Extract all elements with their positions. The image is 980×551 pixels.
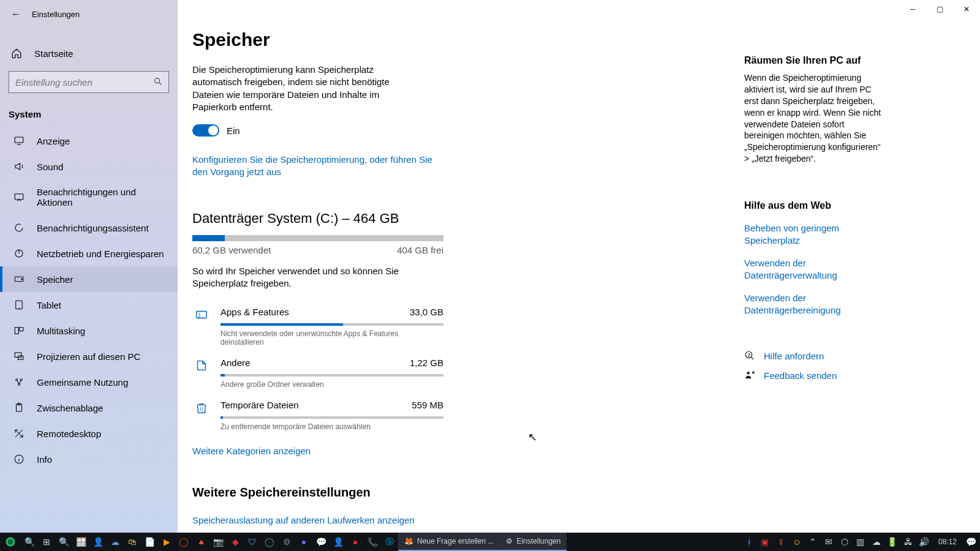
- pinned-icon[interactable]: ●: [347, 533, 364, 551]
- sidebar-item-label: Info: [37, 454, 52, 465]
- tray-bluetooth-icon[interactable]: ᚼ: [742, 533, 756, 551]
- tray-icon[interactable]: ⬡: [838, 533, 851, 551]
- sidebar-item-label: Gemeinsame Nutzung: [37, 377, 128, 388]
- svg-rect-17: [197, 312, 207, 318]
- pinned-icon[interactable]: 🪟: [72, 533, 89, 551]
- category-size: 1,22 GB: [410, 358, 443, 368]
- more-storage-settings-heading: Weitere Speichereinstellungen: [192, 485, 965, 500]
- notifications-icon: [13, 192, 24, 203]
- back-button[interactable]: ←: [11, 9, 21, 20]
- pinned-icon[interactable]: 👤: [89, 533, 107, 551]
- configure-storage-sense-link[interactable]: Konfigurieren Sie die Speicheroptimierun…: [192, 154, 437, 179]
- web-help-link[interactable]: Beheben von geringem Speicherplatz: [744, 222, 885, 246]
- svg-point-22: [8, 539, 13, 545]
- svg-point-20: [747, 372, 750, 375]
- taskbar[interactable]: 🔍 ⊞ 🔍 🪟 👤 ☁ 🛍 📄 ▶ ◯ 🔺 📷 ◆ 🛡 ◯ ⚙ ● 💬 👤 ● …: [0, 533, 980, 551]
- disk-free-text: 404 GB frei: [397, 245, 443, 255]
- shared-icon: [13, 377, 24, 388]
- pinned-icon[interactable]: 📷: [209, 533, 227, 551]
- web-help-link[interactable]: Verwenden der Datenträgerverwaltung: [744, 257, 885, 281]
- taskbar-clock[interactable]: 08:12: [933, 538, 962, 546]
- focus-icon: [13, 222, 24, 233]
- project-icon: [13, 351, 24, 362]
- svg-point-5: [21, 279, 23, 280]
- tray-icon[interactable]: ⦀: [774, 533, 788, 551]
- disk-usage-bar: [192, 235, 443, 241]
- pinned-icon[interactable]: 📞: [364, 533, 381, 551]
- sidebar-item-remote[interactable]: Remotedesktop: [0, 421, 178, 446]
- category-name: Temporäre Dateien: [221, 400, 299, 410]
- sidebar-item-label: Sound: [37, 162, 63, 172]
- tray-icon[interactable]: ▣: [758, 533, 772, 551]
- sidebar-item-tablet[interactable]: Tablet: [0, 292, 178, 318]
- pinned-icon[interactable]: ●: [295, 533, 312, 551]
- task-view-icon[interactable]: ⊞: [38, 533, 55, 551]
- sidebar-item-shared[interactable]: Gemeinsame Nutzung: [0, 369, 178, 395]
- pinned-icon[interactable]: 🛍: [124, 533, 141, 551]
- tray-icon[interactable]: ▥: [854, 533, 867, 551]
- pinned-icon[interactable]: 📄: [141, 533, 158, 551]
- sidebar-home[interactable]: Startseite: [0, 40, 178, 66]
- display-icon: [13, 135, 24, 146]
- power-icon: [13, 248, 24, 259]
- multitasking-icon: [13, 325, 24, 336]
- svg-rect-8: [20, 328, 23, 331]
- tray-icon[interactable]: ☺: [790, 533, 804, 551]
- pinned-icon[interactable]: Ⓢ: [381, 533, 398, 551]
- sidebar-item-focus[interactable]: Benachrichtigungsassistent: [0, 215, 178, 241]
- category-bar: [221, 323, 443, 326]
- tray-battery-icon[interactable]: 🔋: [886, 533, 899, 551]
- svg-point-0: [155, 78, 160, 83]
- category-hint: Zu entfernende temporäre Dateien auswähl…: [221, 422, 443, 431]
- storage-category-temp[interactable]: Temporäre Dateien559 MBZu entfernende te…: [192, 391, 443, 433]
- sidebar-item-project[interactable]: Projizieren auf diesen PC: [0, 343, 178, 369]
- taskbar-task[interactable]: ⚙Einstellungen: [500, 533, 567, 551]
- start-button[interactable]: [0, 533, 21, 551]
- tray-icon[interactable]: ⌃: [806, 533, 820, 551]
- tray-volume-icon[interactable]: 🔊: [918, 533, 931, 551]
- disk-used-text: 60,2 GB verwendet: [192, 245, 271, 255]
- pinned-icon[interactable]: 🛡: [244, 533, 261, 551]
- pinned-icon[interactable]: 🔍: [55, 533, 72, 551]
- tray-network-icon[interactable]: 🖧: [902, 533, 915, 551]
- feedback-link[interactable]: Feedback senden: [744, 370, 885, 381]
- pinned-icon[interactable]: ◆: [227, 533, 244, 551]
- taskbar-task-label: Neue Frage erstellen ...: [417, 537, 494, 545]
- pinned-icon[interactable]: ◯: [261, 533, 278, 551]
- storage-sense-description: Die Speicheroptimierung kann Speicherpla…: [192, 64, 419, 113]
- sidebar-item-multitasking[interactable]: Multitasking: [0, 318, 178, 343]
- sidebar-item-display[interactable]: Anzeige: [0, 128, 178, 154]
- get-help-link[interactable]: Hilfe anfordern: [744, 350, 885, 361]
- tray-icon[interactable]: ☁: [870, 533, 883, 551]
- sidebar-item-sound[interactable]: Sound: [0, 154, 178, 179]
- storage-category-apps[interactable]: Apps & Features33,0 GBNicht verwendete o…: [192, 298, 443, 349]
- taskbar-task[interactable]: 🦊Neue Frage erstellen ...: [398, 533, 500, 551]
- tray-icon[interactable]: ✉: [822, 533, 835, 551]
- feedback-label: Feedback senden: [764, 370, 837, 381]
- svg-point-11: [16, 379, 18, 381]
- sidebar-item-label: Benachrichtigungen und Aktionen: [37, 187, 167, 208]
- pinned-icon[interactable]: 👤: [330, 533, 347, 551]
- sidebar-item-info[interactable]: Info: [0, 446, 178, 472]
- pinned-icon[interactable]: ◯: [175, 533, 192, 551]
- pinned-icon[interactable]: ⚙: [278, 533, 295, 551]
- pinned-icon[interactable]: ☁: [107, 533, 124, 551]
- taskbar-search-icon[interactable]: 🔍: [21, 533, 38, 551]
- show-more-categories-link[interactable]: Weitere Kategorien anzeigen: [192, 446, 965, 456]
- sidebar-item-storage[interactable]: Speicher: [0, 266, 178, 292]
- action-center-icon[interactable]: 💬: [964, 533, 978, 551]
- sidebar-item-label: Zwischenablage: [37, 403, 103, 413]
- pinned-icon[interactable]: ▶: [158, 533, 175, 551]
- sidebar-item-power[interactable]: Netzbetrieb und Energiesparen: [0, 241, 178, 266]
- search-input[interactable]: [9, 71, 169, 93]
- pinned-icon[interactable]: 💬: [312, 533, 330, 551]
- pinned-icon[interactable]: 🔺: [192, 533, 209, 551]
- storage-category-other[interactable]: Andere1,22 GBAndere große Ordner verwalt…: [192, 349, 443, 391]
- more-storage-link[interactable]: Speicherauslastung auf anderen Laufwerke…: [192, 514, 437, 527]
- sidebar-item-notifications[interactable]: Benachrichtigungen und Aktionen: [0, 179, 178, 215]
- web-help-link[interactable]: Verwenden der Datenträgerbereinigung: [744, 292, 885, 316]
- search-icon: [153, 77, 163, 86]
- sidebar-item-clipboard[interactable]: Zwischenablage: [0, 395, 178, 421]
- storage-sense-toggle[interactable]: [192, 124, 219, 137]
- sound-icon: [13, 161, 24, 172]
